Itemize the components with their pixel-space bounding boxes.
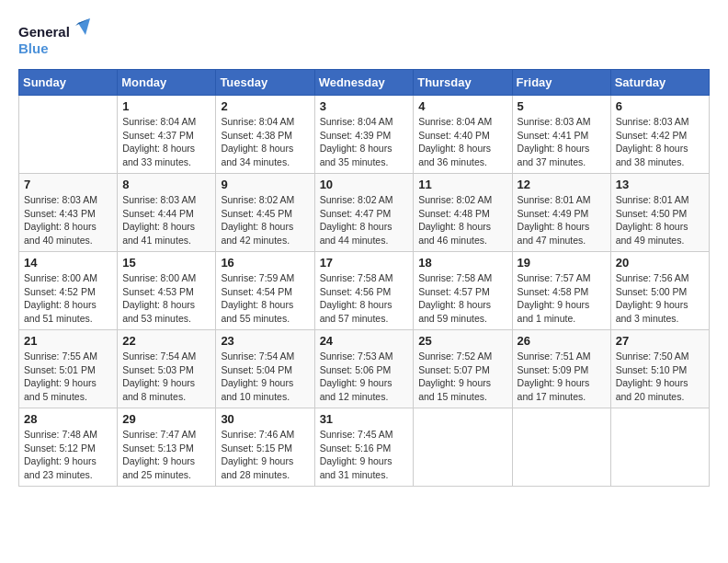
calendar-cell: 14Sunrise: 8:00 AM Sunset: 4:52 PM Dayli… — [19, 252, 118, 330]
day-number: 24 — [320, 334, 409, 348]
day-info: Sunrise: 8:03 AM Sunset: 4:44 PM Dayligh… — [122, 193, 210, 247]
weekday-header-thursday: Thursday — [414, 70, 512, 96]
calendar-cell: 20Sunrise: 7:56 AM Sunset: 5:00 PM Dayli… — [610, 252, 709, 330]
calendar-cell: 30Sunrise: 7:46 AM Sunset: 5:15 PM Dayli… — [216, 408, 314, 487]
day-number: 19 — [518, 256, 606, 270]
week-row-1: 1Sunrise: 8:04 AM Sunset: 4:37 PM Daylig… — [19, 96, 710, 174]
day-info: Sunrise: 8:01 AM Sunset: 4:50 PM Dayligh… — [616, 193, 704, 247]
day-info: Sunrise: 8:02 AM Sunset: 4:47 PM Dayligh… — [320, 193, 409, 247]
week-row-5: 28Sunrise: 7:48 AM Sunset: 5:12 PM Dayli… — [19, 408, 710, 487]
svg-text:General: General — [18, 24, 70, 40]
calendar-cell: 23Sunrise: 7:54 AM Sunset: 5:04 PM Dayli… — [216, 330, 314, 408]
calendar-cell — [512, 408, 610, 487]
day-number: 21 — [24, 334, 112, 348]
day-info: Sunrise: 7:57 AM Sunset: 4:58 PM Dayligh… — [518, 271, 606, 326]
weekday-header-monday: Monday — [118, 70, 216, 96]
calendar-cell: 18Sunrise: 7:58 AM Sunset: 4:57 PM Dayli… — [414, 252, 512, 330]
day-info: Sunrise: 7:59 AM Sunset: 4:54 PM Dayligh… — [221, 271, 309, 326]
day-info: Sunrise: 7:58 AM Sunset: 4:56 PM Dayligh… — [320, 271, 409, 326]
day-info: Sunrise: 8:03 AM Sunset: 4:42 PM Dayligh… — [616, 115, 704, 169]
day-info: Sunrise: 8:04 AM Sunset: 4:38 PM Dayligh… — [221, 115, 309, 169]
calendar-cell: 25Sunrise: 7:52 AM Sunset: 5:07 PM Dayli… — [414, 330, 512, 408]
calendar-cell: 8Sunrise: 8:03 AM Sunset: 4:44 PM Daylig… — [118, 174, 216, 252]
day-info: Sunrise: 8:04 AM Sunset: 4:40 PM Dayligh… — [418, 115, 506, 169]
day-number: 11 — [418, 178, 506, 191]
day-info: Sunrise: 8:04 AM Sunset: 4:39 PM Dayligh… — [320, 115, 409, 169]
day-number: 7 — [24, 178, 112, 191]
calendar-cell: 16Sunrise: 7:59 AM Sunset: 4:54 PM Dayli… — [216, 252, 314, 330]
calendar-cell: 10Sunrise: 8:02 AM Sunset: 4:47 PM Dayli… — [314, 174, 414, 252]
calendar-cell: 6Sunrise: 8:03 AM Sunset: 4:42 PM Daylig… — [610, 96, 709, 174]
svg-text:Blue: Blue — [18, 40, 49, 56]
day-number: 12 — [518, 178, 606, 191]
day-number: 2 — [221, 99, 309, 113]
calendar-cell: 5Sunrise: 8:03 AM Sunset: 4:41 PM Daylig… — [512, 96, 610, 174]
calendar-cell: 15Sunrise: 8:00 AM Sunset: 4:53 PM Dayli… — [118, 252, 216, 330]
day-info: Sunrise: 7:45 AM Sunset: 5:16 PM Dayligh… — [320, 428, 409, 482]
day-info: Sunrise: 7:52 AM Sunset: 5:07 PM Dayligh… — [418, 350, 506, 404]
calendar-cell: 19Sunrise: 7:57 AM Sunset: 4:58 PM Dayli… — [512, 252, 610, 330]
day-info: Sunrise: 7:58 AM Sunset: 4:57 PM Dayligh… — [418, 271, 506, 326]
day-number: 10 — [320, 178, 409, 191]
calendar-body: 1Sunrise: 8:04 AM Sunset: 4:37 PM Daylig… — [19, 96, 710, 487]
day-number: 28 — [24, 412, 112, 426]
calendar-cell: 2Sunrise: 8:04 AM Sunset: 4:38 PM Daylig… — [216, 96, 314, 174]
day-info: Sunrise: 7:53 AM Sunset: 5:06 PM Dayligh… — [320, 350, 409, 404]
calendar-cell: 21Sunrise: 7:55 AM Sunset: 5:01 PM Dayli… — [19, 330, 118, 408]
day-number: 13 — [616, 178, 704, 191]
day-number: 1 — [122, 99, 210, 113]
day-info: Sunrise: 8:03 AM Sunset: 4:41 PM Dayligh… — [518, 115, 606, 169]
day-number: 25 — [418, 334, 506, 348]
day-number: 17 — [320, 256, 409, 270]
calendar-cell — [610, 408, 709, 487]
day-number: 18 — [418, 256, 506, 270]
weekday-header-wednesday: Wednesday — [314, 70, 414, 96]
calendar-cell: 29Sunrise: 7:47 AM Sunset: 5:13 PM Dayli… — [118, 408, 216, 487]
logo-svg: GeneralBlue — [18, 18, 92, 60]
day-info: Sunrise: 8:01 AM Sunset: 4:49 PM Dayligh… — [518, 193, 606, 247]
day-info: Sunrise: 7:56 AM Sunset: 5:00 PM Dayligh… — [616, 271, 704, 326]
day-number: 22 — [122, 334, 210, 348]
day-number: 27 — [616, 334, 704, 348]
day-info: Sunrise: 7:54 AM Sunset: 5:03 PM Dayligh… — [122, 350, 210, 404]
day-number: 15 — [122, 256, 210, 270]
weekday-header-tuesday: Tuesday — [216, 70, 314, 96]
day-info: Sunrise: 8:00 AM Sunset: 4:53 PM Dayligh… — [122, 271, 210, 326]
day-info: Sunrise: 8:00 AM Sunset: 4:52 PM Dayligh… — [24, 271, 112, 326]
day-info: Sunrise: 7:46 AM Sunset: 5:15 PM Dayligh… — [221, 428, 309, 482]
calendar-cell: 26Sunrise: 7:51 AM Sunset: 5:09 PM Dayli… — [512, 330, 610, 408]
calendar-cell: 4Sunrise: 8:04 AM Sunset: 4:40 PM Daylig… — [414, 96, 512, 174]
day-number: 4 — [418, 99, 506, 113]
day-number: 31 — [320, 412, 409, 426]
calendar-cell: 11Sunrise: 8:02 AM Sunset: 4:48 PM Dayli… — [414, 174, 512, 252]
day-info: Sunrise: 8:03 AM Sunset: 4:43 PM Dayligh… — [24, 193, 112, 247]
page-header: GeneralBlue — [18, 18, 710, 60]
day-number: 23 — [221, 334, 309, 348]
day-info: Sunrise: 7:48 AM Sunset: 5:12 PM Dayligh… — [24, 428, 112, 482]
calendar-cell: 9Sunrise: 8:02 AM Sunset: 4:45 PM Daylig… — [216, 174, 314, 252]
day-info: Sunrise: 8:04 AM Sunset: 4:37 PM Dayligh… — [122, 115, 210, 169]
day-info: Sunrise: 7:50 AM Sunset: 5:10 PM Dayligh… — [616, 350, 704, 404]
weekday-header-row: SundayMondayTuesdayWednesdayThursdayFrid… — [19, 70, 710, 96]
day-info: Sunrise: 8:02 AM Sunset: 4:48 PM Dayligh… — [418, 193, 506, 247]
calendar-cell: 22Sunrise: 7:54 AM Sunset: 5:03 PM Dayli… — [118, 330, 216, 408]
day-number: 9 — [221, 178, 309, 191]
day-info: Sunrise: 7:54 AM Sunset: 5:04 PM Dayligh… — [221, 350, 309, 404]
calendar-cell: 1Sunrise: 8:04 AM Sunset: 4:37 PM Daylig… — [118, 96, 216, 174]
calendar-cell: 17Sunrise: 7:58 AM Sunset: 4:56 PM Dayli… — [314, 252, 414, 330]
calendar-cell: 27Sunrise: 7:50 AM Sunset: 5:10 PM Dayli… — [610, 330, 709, 408]
weekday-header-sunday: Sunday — [19, 70, 118, 96]
day-number: 30 — [221, 412, 309, 426]
day-number: 8 — [122, 178, 210, 191]
calendar-cell: 12Sunrise: 8:01 AM Sunset: 4:49 PM Dayli… — [512, 174, 610, 252]
day-number: 5 — [518, 99, 606, 113]
week-row-4: 21Sunrise: 7:55 AM Sunset: 5:01 PM Dayli… — [19, 330, 710, 408]
calendar-cell — [414, 408, 512, 487]
day-number: 14 — [24, 256, 112, 270]
day-info: Sunrise: 7:51 AM Sunset: 5:09 PM Dayligh… — [518, 350, 606, 404]
week-row-2: 7Sunrise: 8:03 AM Sunset: 4:43 PM Daylig… — [19, 174, 710, 252]
day-number: 16 — [221, 256, 309, 270]
day-number: 6 — [616, 99, 704, 113]
calendar-cell: 28Sunrise: 7:48 AM Sunset: 5:12 PM Dayli… — [19, 408, 118, 487]
logo: GeneralBlue — [18, 18, 92, 60]
